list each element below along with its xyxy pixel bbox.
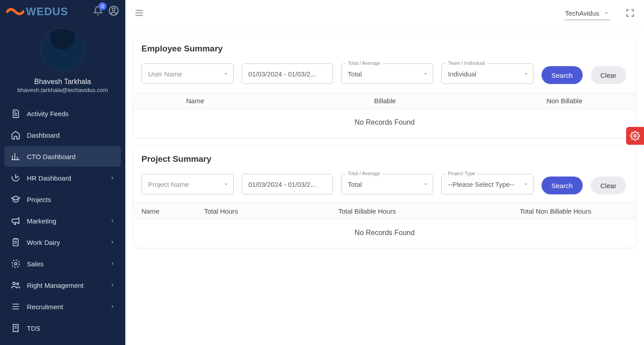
project-type-value: --Please Select Type-- <box>448 181 514 188</box>
sidebar-item-projects[interactable]: Projects <box>4 189 121 210</box>
user-circle-icon <box>108 5 119 16</box>
logo-mark-icon <box>6 5 24 18</box>
project-summary-card: Project Summary Project Name 01/03/2024 … <box>133 146 636 248</box>
col-billable: Total Billable Hours <box>338 207 483 215</box>
svg-rect-3 <box>13 239 18 246</box>
tenant-select[interactable]: TechAvidus <box>564 8 610 20</box>
date-range-input[interactable]: 01/03/2024 - 01/03/2... <box>242 63 333 84</box>
avatar[interactable] <box>41 29 84 72</box>
sidebar-item-hr-dashboard[interactable]: HR Dashboard <box>4 168 121 188</box>
sidebar-item-work-dairy[interactable]: Work Dairy <box>4 232 121 252</box>
chevron-down-icon <box>223 181 229 187</box>
button-label: Clear <box>601 182 617 189</box>
chevron-right-icon <box>110 283 115 287</box>
employee-filter-row: User Name 01/03/2024 - 01/03/2... Total … <box>133 56 636 92</box>
sidebar-item-activity-feeds[interactable]: Activity Feeds <box>4 103 121 124</box>
col-non-billable: Non Billable <box>501 97 628 105</box>
home-icon <box>11 130 21 140</box>
project-date-range-input[interactable]: 01/03/2024 - 01/03/2... <box>242 174 333 194</box>
field-label: Total / Average <box>346 60 382 66</box>
graduation-cap-icon <box>11 194 21 204</box>
field-label: Team / Individual <box>446 60 487 66</box>
sidebar-item-label: TDS <box>27 324 40 332</box>
sidebar-item-label: Activity Feeds <box>27 110 68 118</box>
col-non-billable: Total Non Billable Hours <box>483 207 628 215</box>
chevron-right-icon <box>110 219 115 223</box>
svg-point-0 <box>8 9 10 12</box>
svg-point-6 <box>13 282 15 285</box>
project-empty-state: No Records Found <box>133 220 636 248</box>
fullscreen-button[interactable] <box>625 8 635 19</box>
receipt-icon <box>11 323 21 333</box>
project-total-average-value: Total <box>348 181 362 188</box>
field-label: Total / Average <box>346 171 382 176</box>
chevron-down-icon <box>423 71 428 76</box>
employee-clear-button[interactable]: Clear <box>591 66 627 84</box>
sidebar-item-sales[interactable]: Sales <box>4 253 121 274</box>
logo-text: WEDUS <box>26 5 68 18</box>
employee-summary-title: Employee Summary <box>133 36 636 56</box>
bar-chart-icon <box>11 151 21 161</box>
svg-point-7 <box>17 283 18 285</box>
user-name-placeholder: User Name <box>148 70 182 78</box>
project-date-range-value: 01/03/2024 - 01/03/2... <box>248 181 316 188</box>
sidebar-header: WEDUS 0 <box>0 0 125 21</box>
svg-point-4 <box>12 260 20 268</box>
sidebar-item-label: Dashboard <box>27 131 60 139</box>
sidebar-item-cto-dashboard[interactable]: CTO Dashboard <box>4 146 121 167</box>
sidebar-item-label: Recruitment <box>27 303 63 311</box>
employee-summary-card: Employee Summary User Name 01/03/2024 - … <box>133 36 636 137</box>
col-name: Name <box>141 207 204 215</box>
document-icon <box>11 109 21 118</box>
project-table-header: Name Total Hours Total Billable Hours To… <box>133 202 636 220</box>
sidebar-item-label: CTO Dashboard <box>27 153 76 160</box>
logo[interactable]: WEDUS <box>6 5 68 18</box>
employee-search-button[interactable]: Search <box>542 66 583 84</box>
megaphone-icon <box>11 216 21 226</box>
sidebar-item-dashboard[interactable]: Dashboard <box>4 125 121 145</box>
chevron-down-icon <box>223 71 229 76</box>
date-range-value: 01/03/2024 - 01/03/2... <box>248 70 316 78</box>
sidebar-item-label: Projects <box>27 196 51 203</box>
chevron-right-icon <box>110 261 115 266</box>
project-clear-button[interactable]: Clear <box>591 177 627 194</box>
user-name-select[interactable]: User Name <box>141 63 234 84</box>
svg-point-8 <box>634 135 636 137</box>
settings-fab[interactable] <box>626 127 644 145</box>
sidebar-toggle-button[interactable] <box>134 8 144 20</box>
project-name-placeholder: Project Name <box>148 181 189 188</box>
employee-table-header: Name Billable Non Billable <box>133 92 636 109</box>
employee-empty-state: No Records Found <box>133 109 636 137</box>
svg-point-5 <box>14 262 17 265</box>
button-label: Search <box>551 72 573 79</box>
project-summary-title: Project Summary <box>133 146 636 167</box>
tenant-section: TechAvidus <box>564 8 635 20</box>
project-total-average-select[interactable]: Total / Average Total <box>341 174 433 194</box>
chevron-right-icon <box>110 304 115 309</box>
project-type-select[interactable]: Project Type --Please Select Type-- <box>441 174 533 194</box>
account-button[interactable] <box>108 5 119 18</box>
project-search-button[interactable]: Search <box>542 177 583 194</box>
notifications-button[interactable]: 0 <box>93 6 103 17</box>
clipboard-icon <box>11 237 21 247</box>
chevron-down-icon <box>523 181 529 187</box>
sidebar-item-label: Right Management <box>27 282 84 289</box>
total-average-select[interactable]: Total / Average Total <box>341 63 433 84</box>
sidebar-item-right-management[interactable]: Right Management <box>4 275 121 295</box>
sidebar-item-marketing[interactable]: Marketing <box>4 210 121 231</box>
sidebar-item-tds[interactable]: TDS <box>4 318 121 338</box>
sidebar-item-label: HR Dashboard <box>27 174 71 182</box>
svg-point-2 <box>112 8 115 11</box>
project-name-select[interactable]: Project Name <box>141 174 234 194</box>
sidebar-item-recruitment[interactable]: Recruitment <box>4 296 121 317</box>
sidebar: WEDUS 0 Bhavesh Tarkhala bhavesh.tarkhal… <box>0 0 125 345</box>
profile-email: bhavesh.tarkhala@techavidus.com <box>5 87 120 93</box>
pie-chart-icon <box>11 173 21 183</box>
team-individual-select[interactable]: Team / Individual Individual <box>441 63 533 84</box>
col-name: Name <box>141 97 374 105</box>
profile-name: Bhavesh Tarkhala <box>5 78 120 86</box>
col-billable: Billable <box>374 97 501 105</box>
sidebar-nav: Activity Feeds Dashboard CTO Dashboard H… <box>0 101 125 345</box>
list-icon <box>11 302 21 311</box>
chevron-down-icon <box>423 181 428 187</box>
